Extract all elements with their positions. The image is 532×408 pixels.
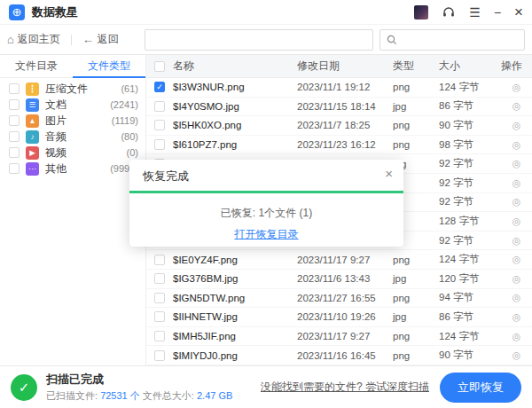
table-row[interactable]: ✓ $I5HK0XO.png 2023/11/7 18:25 png 90 字节… (146, 116, 532, 136)
file-type-item[interactable]: ✓ ▶ 视频 (0) (0, 145, 145, 161)
file-date: 2023/11/10 19:26 (297, 311, 393, 322)
home-button[interactable]: ⌂ 返回主页 (7, 32, 60, 47)
file-type: jpg (393, 273, 439, 284)
file-type-icon: ▲ (26, 114, 39, 128)
preview-eye-icon[interactable]: ◎ (512, 100, 521, 111)
header-name: 名称 (173, 59, 297, 74)
file-date: 2023/11/16 16:45 (297, 350, 393, 361)
preview-eye-icon[interactable]: ◎ (512, 311, 521, 322)
file-type: png (393, 331, 439, 341)
path-input[interactable] (145, 29, 373, 51)
app-logo-icon: ⊕ (9, 4, 25, 20)
checkbox[interactable]: ✓ (9, 131, 20, 142)
checkbox[interactable]: ✓ (9, 99, 20, 110)
preview-eye-icon[interactable]: ◎ (512, 292, 521, 302)
preview-eye-icon[interactable]: ◎ (512, 120, 521, 130)
tab-file-type[interactable]: 文件类型 (73, 55, 145, 77)
file-type-count: (61) (121, 83, 138, 94)
deep-scan-link[interactable]: 没能找到需要的文件? 尝试深度扫描 (261, 380, 429, 395)
open-recovery-folder-link[interactable]: 打开恢复目录 (129, 227, 403, 242)
file-size: 86 字节 (439, 99, 501, 113)
table-row[interactable]: ✓ $IIHNETW.jpg 2023/11/10 19:26 jpg 86 字… (146, 308, 532, 327)
preview-eye-icon[interactable]: ◎ (512, 273, 521, 284)
close-icon[interactable]: × (514, 6, 523, 19)
select-all-checkbox[interactable]: ✓ (154, 61, 165, 72)
file-name: $I610PZ7.png (173, 139, 297, 150)
preview-eye-icon[interactable]: ◎ (512, 196, 521, 207)
search-input[interactable] (402, 34, 518, 46)
file-name: $IMIYDJ0.png (173, 350, 297, 361)
row-checkbox[interactable]: ✓ (154, 82, 165, 92)
table-row[interactable]: ✓ $IMIYDJ0.png 2023/11/16 16:45 png 90 字… (146, 346, 532, 365)
preview-eye-icon[interactable]: ◎ (512, 82, 521, 92)
recover-now-button[interactable]: 立即恢复 (440, 373, 521, 403)
row-checkbox[interactable]: ✓ (154, 331, 165, 341)
sidebar-tabs: 文件目录 文件类型 (0, 55, 145, 78)
file-name: $I5HK0XO.png (173, 120, 297, 130)
scanned-count: 72531 个 (100, 390, 140, 401)
checkbox[interactable]: ✓ (9, 147, 20, 158)
row-checkbox[interactable]: ✓ (154, 101, 165, 112)
table-row[interactable]: ✓ $IGN5DTW.png 2023/11/27 16:55 png 94 字… (146, 289, 532, 309)
file-type-item[interactable]: ✓ ☰ 文档 (2241) (0, 97, 145, 113)
row-checkbox[interactable]: ✓ (154, 273, 165, 284)
file-type-item[interactable]: ✓ ▲ 图片 (1119) (0, 113, 145, 129)
table-row[interactable]: ✓ $I3W3NUR.png 2023/11/1 19:12 png 124 字… (146, 78, 532, 98)
checkbox[interactable]: ✓ (9, 83, 20, 94)
file-size: 128 字节 (439, 215, 501, 228)
file-date: 2023/11/17 9:27 (297, 331, 393, 341)
table-row[interactable]: ✓ $IMH5JIF.png 2023/11/17 9:27 png 124 字… (146, 327, 532, 347)
preview-eye-icon[interactable]: ◎ (512, 331, 521, 341)
tab-file-directory[interactable]: 文件目录 (0, 55, 73, 77)
preview-eye-icon[interactable]: ◎ (512, 177, 521, 188)
file-date: 2023/11/6 13:43 (297, 273, 393, 284)
file-size: 90 字节 (439, 349, 501, 362)
menu-icon[interactable]: ☰ (469, 6, 481, 19)
user-avatar[interactable] (414, 5, 428, 20)
dialog-close-icon[interactable]: × (385, 166, 393, 181)
table-row[interactable]: ✓ $IG376BM.jpg 2023/11/6 13:43 jpg 120 字… (146, 270, 532, 289)
file-type: png (393, 82, 439, 92)
checkbox[interactable]: ✓ (9, 163, 20, 174)
table-row[interactable]: ✓ $IE0YZ4F.png 2023/11/17 9:27 png 124 字… (146, 250, 532, 270)
row-checkbox[interactable]: ✓ (154, 293, 165, 303)
home-icon: ⌂ (7, 33, 14, 46)
row-checkbox[interactable]: ✓ (154, 350, 165, 361)
back-arrow-icon: ← (82, 33, 94, 46)
file-size: 120 字节 (439, 272, 501, 286)
row-checkbox[interactable]: ✓ (154, 311, 165, 322)
row-checkbox[interactable]: ✓ (154, 139, 165, 150)
preview-eye-icon[interactable]: ◎ (512, 216, 521, 226)
header-type: 类型 (393, 59, 439, 74)
search-icon (387, 35, 397, 45)
table-row[interactable]: ✓ $I4Y0SMO.jpg 2023/11/15 18:14 jpg 86 字… (146, 98, 532, 117)
checkbox[interactable]: ✓ (9, 115, 20, 126)
file-type: jpg (393, 101, 439, 112)
file-type-item[interactable]: ✓ ⋯ 其他 (9999) (0, 161, 145, 177)
row-checkbox[interactable]: ✓ (154, 120, 165, 130)
file-type-item[interactable]: ✓ ♪ 音频 (80) (0, 129, 145, 145)
check-icon: ✓ (155, 82, 164, 92)
file-type: png (393, 293, 439, 303)
statusbar: ✓ 扫描已完成 已扫描文件: 72531 个 文件总大小: 2.47 GB 没能… (0, 365, 532, 408)
preview-eye-icon[interactable]: ◎ (512, 235, 521, 246)
minimize-icon[interactable]: − (494, 6, 501, 19)
file-type-count: (2241) (110, 99, 138, 110)
search-box[interactable] (379, 29, 525, 51)
back-button[interactable]: ← 返回 (82, 32, 119, 47)
preview-eye-icon[interactable]: ◎ (512, 139, 521, 150)
headset-icon[interactable] (442, 5, 456, 20)
file-size: 124 字节 (439, 330, 501, 343)
preview-eye-icon[interactable]: ◎ (512, 254, 521, 264)
preview-eye-icon[interactable]: ◎ (512, 158, 521, 169)
file-type-list: ✓ ┇ 压缩文件 (61) ✓ ☰ 文档 (2241) ✓ (0, 78, 145, 177)
file-type-label: 文档 (45, 98, 104, 113)
file-date: 2023/11/23 16:12 (297, 139, 393, 150)
file-type-item[interactable]: ✓ ┇ 压缩文件 (61) (0, 81, 145, 97)
file-size: 92 字节 (439, 157, 501, 170)
table-row[interactable]: ✓ $I610PZ7.png 2023/11/23 16:12 png 98 字… (146, 136, 532, 155)
row-checkbox[interactable]: ✓ (154, 255, 165, 265)
file-type-icon: ┇ (26, 82, 39, 96)
preview-eye-icon[interactable]: ◎ (512, 349, 521, 360)
dialog-message: 已恢复: 1个文件 (1) (129, 206, 403, 221)
